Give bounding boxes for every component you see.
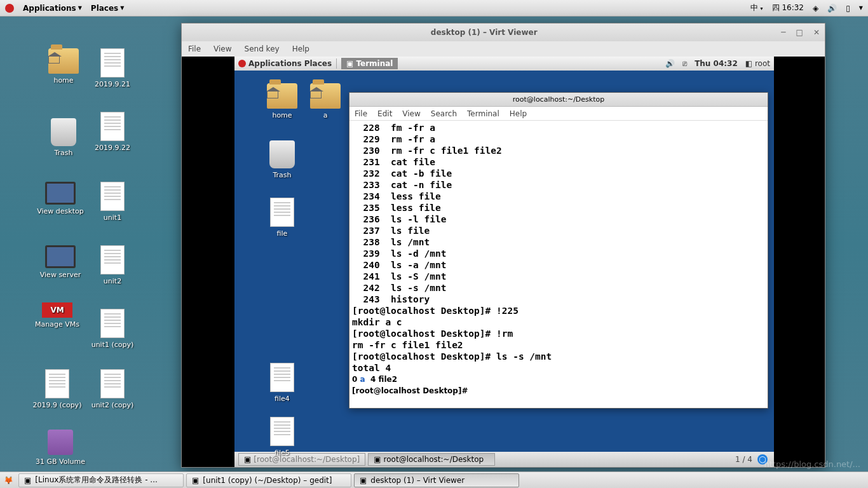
distro-icon	[5, 4, 14, 13]
virt-menu-item[interactable]: View	[214, 44, 231, 53]
guest-places-menu[interactable]: Places	[304, 59, 332, 68]
host-bottom-panel: 🦊▣[Linux系统常用命令及路径转换 - ...▣[unit1 (copy) …	[0, 471, 868, 488]
virt-menu-bar: FileViewSend keyHelp	[182, 41, 825, 57]
workspace-switcher-icon[interactable]: ◯	[757, 454, 768, 464]
ime-indicator[interactable]: 中 ▾	[750, 3, 763, 13]
desktop-icon[interactable]: 31 GB Volume	[32, 430, 89, 466]
minimize-button[interactable]: ─	[781, 28, 785, 37]
desktop-icon[interactable]: unit2 (copy)	[84, 369, 141, 409]
desktop-icon[interactable]: View desktop	[32, 182, 89, 215]
terminal-menu-item[interactable]: View	[402, 109, 420, 118]
desktop-icon[interactable]: unit1 (copy)	[84, 309, 141, 349]
guest-active-app-tab[interactable]: ▣ Terminal	[341, 58, 398, 69]
guest-bottom-panel: ▣[root@localhost:~/Desktop]▣root@localho…	[234, 452, 774, 467]
terminal-menu-item[interactable]: Edit	[377, 109, 392, 118]
clock[interactable]: 四 16:32	[772, 3, 804, 13]
guest-desktop-icon[interactable]: file4	[260, 363, 304, 403]
volume-icon[interactable]: 🔊	[827, 4, 837, 13]
guest-top-panel: Applications Places ▣ Terminal 🔊 ⎚ Thu 0…	[234, 57, 774, 71]
guest-apps-menu[interactable]: Applications	[248, 59, 302, 68]
virt-menu-item[interactable]: Help	[292, 44, 309, 53]
virt-viewer-window: desktop (1) – Virt Viewer ─ □ ✕ FileView…	[181, 23, 825, 468]
applications-menu[interactable]: Applications▼	[23, 4, 82, 13]
terminal-menu-item[interactable]: File	[355, 109, 367, 118]
taskbar-button[interactable]: ▣[Linux系统常用命令及路径转换 - ...	[18, 473, 184, 487]
guest-accessibility-icon[interactable]: ⎚	[682, 59, 687, 68]
window-title: desktop (1) – Virt Viewer	[431, 28, 538, 37]
battery-icon[interactable]: ▯	[846, 4, 850, 13]
guest-desktop[interactable]: root@localhost:~/Desktop FileEditViewSea…	[234, 71, 774, 452]
guest-clock[interactable]: Thu 04:32	[695, 59, 738, 68]
terminal-menu-item[interactable]: Terminal	[467, 109, 499, 118]
virt-menu-item[interactable]: File	[188, 44, 201, 53]
desktop-icon[interactable]: unit1	[84, 182, 141, 222]
maximize-button[interactable]: □	[796, 28, 803, 37]
virt-display[interactable]: Applications Places ▣ Terminal 🔊 ⎚ Thu 0…	[182, 57, 825, 467]
window-titlebar[interactable]: desktop (1) – Virt Viewer ─ □ ✕	[182, 24, 825, 41]
guest-desktop-icon[interactable]: home	[260, 83, 304, 119]
terminal-window: root@localhost:~/Desktop FileEditViewSea…	[349, 92, 768, 409]
guest-volume-icon[interactable]: 🔊	[665, 59, 675, 68]
guest-screen: Applications Places ▣ Terminal 🔊 ⎚ Thu 0…	[234, 57, 774, 467]
guest-desktop-icon[interactable]: file	[260, 198, 304, 238]
places-menu[interactable]: Places▼	[91, 4, 125, 13]
workspace-pager[interactable]: 1 / 4	[735, 455, 752, 464]
close-button[interactable]: ✕	[813, 28, 820, 37]
desktop-icon[interactable]: 2019.9 (copy)	[29, 369, 86, 409]
terminal-menu-item[interactable]: Search	[431, 109, 457, 118]
desktop-icon[interactable]: View server	[32, 245, 89, 279]
host-top-panel: Applications▼ Places▼ 中 ▾ 四 16:32 ◈ 🔊 ▯ …	[0, 0, 868, 17]
terminal-title[interactable]: root@localhost:~/Desktop	[349, 93, 768, 107]
user-menu-icon[interactable]: ▼	[859, 5, 863, 11]
guest-desktop-icon[interactable]: file5	[260, 417, 304, 457]
network-icon[interactable]: ◈	[813, 4, 818, 13]
terminal-menu-item[interactable]: Help	[510, 109, 527, 118]
terminal-body[interactable]: 228 fm -fr a 229 rm -fr a 230 rm -fr c f…	[349, 121, 768, 408]
desktop-icon[interactable]: 2019.9.22	[84, 112, 141, 152]
guest-taskbar-button[interactable]: ▣root@localhost:~/Desktop	[368, 453, 495, 466]
desktop-icon[interactable]: VMManage VMs	[29, 302, 86, 329]
guest-desktop-icon[interactable]: Trash	[260, 140, 304, 179]
taskbar-button[interactable]: ▣desktop (1) – Virt Viewer	[354, 473, 519, 487]
guest-desktop-icon[interactable]: a	[303, 83, 348, 119]
guest-distro-icon	[238, 60, 246, 67]
guest-user-menu[interactable]: ◧ root	[745, 59, 770, 68]
firefox-launcher[interactable]: 🦊	[0, 476, 17, 485]
terminal-menu-bar: FileEditViewSearchTerminalHelp	[349, 107, 768, 121]
desktop-icon[interactable]: unit2	[84, 245, 141, 285]
virt-menu-item[interactable]: Send key	[245, 44, 280, 53]
taskbar-button[interactable]: ▣[unit1 (copy) (~/Desktop) – gedit]	[186, 473, 351, 487]
desktop-icon[interactable]: 2019.9.21	[84, 48, 141, 88]
